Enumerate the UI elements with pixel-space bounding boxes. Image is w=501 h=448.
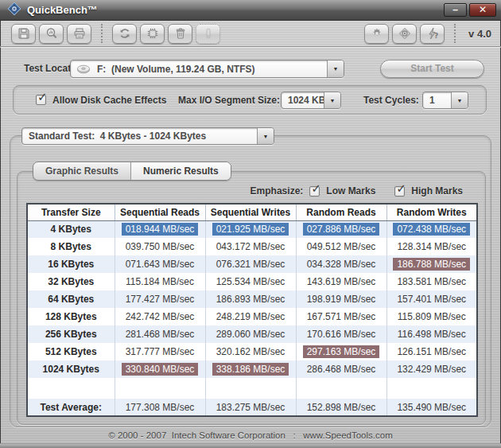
printer-icon [73,27,86,40]
emphasize-label: Emphasize: [250,185,304,197]
results-table: Transfer SizeSequential ReadsSequential … [26,203,478,417]
minimize-button[interactable]: – [444,3,467,17]
high-marks-checkbox[interactable]: ✓ [394,186,405,197]
value-cell: 320.162 MB/sec [205,343,296,360]
value-cell: 125.534 MB/sec [205,273,296,290]
save-icon [17,27,30,40]
tab-numeric-results[interactable]: Numeric Results [130,162,231,180]
save-button[interactable] [11,24,36,44]
test-location-value: F: (New Volume, 119.24 GB, NTFS) [91,60,327,77]
disk-icon [71,60,91,77]
options-panel: ✓ Allow Disk Cache Effects Max I/O Segme… [13,85,487,115]
high-mark-highlight: 297.163 MB/sec [303,345,380,358]
standard-test-select[interactable]: Standard Test: 4 KBytes - 1024 KBytes ▼ [21,127,274,145]
value-cell: 177.427 MB/sec [115,290,205,308]
average-value-cell: 183.275 MB/sec [205,399,296,416]
disk-cache-label: Allow Disk Cache Effects [52,95,166,106]
tab-graphic-results[interactable]: Graphic Results [33,162,130,180]
value-cell: 286.468 MB/sec [296,360,386,378]
value-cell: 116.498 MB/sec [386,325,477,343]
value-cell: 021.925 MB/sec [205,220,296,238]
test-cycles-label: Test Cycles: [363,95,419,106]
low-marks-label: Low Marks [326,185,375,197]
print-button[interactable] [67,24,91,44]
emphasize-controls: Emphasize: ✓ Low Marks ✓ High Marks [250,185,463,197]
chevron-down-icon[interactable]: ▼ [257,128,274,144]
diamond-logo-icon [398,27,411,40]
title-bar: QuickBench™ – ✕ [0,0,501,21]
svg-text:?: ? [434,32,438,40]
disk-cache-checkbox[interactable]: ✓ [36,95,46,105]
blank-row [27,378,477,399]
toolbar: ? v 4.0 [0,21,501,47]
column-header: Transfer Size [27,204,115,220]
value-cell: 297.163 MB/sec [296,343,386,360]
table-body: 4 KBytes018.944 MB/sec021.925 MB/sec027.… [27,220,477,416]
close-button[interactable]: ✕ [469,3,496,17]
version-label: v 4.0 [468,28,491,40]
high-marks-label: High Marks [411,185,463,197]
value-cell: 039.750 MB/sec [115,238,205,255]
value-cell: 317.777 MB/sec [115,343,205,360]
value-cell: 128.314 MB/sec [386,238,477,255]
check-icon: ✓ [311,181,321,196]
quickbench-window: QuickBench™ – ✕ ? v 4.0 Test Location: F… [0,0,501,448]
table-row: 8 KBytes039.750 MB/sec043.172 MB/sec049.… [27,238,477,255]
analyze-button[interactable] [39,24,64,44]
chevron-down-icon[interactable]: ▼ [451,92,468,108]
low-mark-highlight: 027.886 MB/sec [303,223,380,236]
app-icon [7,2,21,19]
check-icon: ✓ [37,90,48,104]
memory-test-button[interactable] [140,24,165,44]
table-header-row: Transfer SizeSequential ReadsSequential … [27,204,477,220]
trash-icon [174,27,187,40]
test-cycles-select[interactable]: 1 ▼ [422,92,468,109]
high-mark-highlight: 338.186 MB/sec [212,363,289,376]
segment-size-label: Max I/O Segment Size: [178,95,280,106]
settings-button[interactable] [364,24,389,44]
test-location-select[interactable]: F: (New Volume, 119.24 GB, NTFS) ▼ [70,60,344,78]
value-cell: 132.429 MB/sec [386,360,477,378]
transfer-size-cell: 8 KBytes [27,238,115,255]
transfer-size-cell: 256 KBytes [27,325,115,343]
test-location-row: Test Location: F: (New Volume, 119.24 GB… [0,56,501,83]
unmount-icon [202,27,215,40]
delete-button[interactable] [168,24,192,44]
chevron-down-icon[interactable]: ▼ [327,60,344,77]
column-header: Sequential Reads [115,204,205,220]
transfer-size-cell: 512 KBytes [27,343,115,360]
table-row: 256 KBytes281.468 MB/sec289.060 MB/sec17… [27,325,477,343]
transfer-size-cell: 4 KBytes [27,220,115,238]
segment-size-select[interactable]: 1024 KB ▼ [281,92,341,109]
value-cell: 076.321 MB/sec [205,255,296,273]
value-cell: 034.328 MB/sec [296,255,386,273]
table-row: 4 KBytes018.944 MB/sec021.925 MB/sec027.… [27,220,477,238]
results-panel: Emphasize: ✓ Low Marks ✓ High Marks Tran… [17,171,486,425]
value-cell: 071.643 MB/sec [115,255,205,273]
about-button[interactable] [392,24,417,44]
value-cell: 027.886 MB/sec [296,220,386,238]
test-cycles-value: 1 [423,92,451,108]
value-cell: 115.184 MB/sec [115,273,205,290]
table-row: 1024 KBytes330.840 MB/sec338.186 MB/sec2… [27,360,477,378]
segment-size-value: 1024 KB [282,92,324,108]
refresh-button[interactable] [112,24,137,44]
low-mark-highlight: 072.438 MB/sec [393,223,470,236]
unmount-button[interactable] [196,24,220,44]
chevron-down-icon[interactable]: ▼ [324,92,340,108]
transfer-size-cell: 1024 KBytes [27,360,115,378]
value-cell: 043.172 MB/sec [205,238,296,255]
gear-icon [371,27,383,40]
value-cell: 126.151 MB/sec [386,343,477,360]
value-cell: 330.840 MB/sec [115,360,205,378]
value-cell: 143.619 MB/sec [296,273,386,290]
column-header: Random Writes [386,204,477,220]
help-button[interactable]: ? [420,24,445,44]
value-cell: 167.571 MB/sec [296,308,386,325]
window-bottom-bevel [0,443,501,448]
value-cell: 248.219 MB/sec [205,308,296,325]
low-marks-checkbox[interactable]: ✓ [309,186,320,197]
standard-test-value: Standard Test: 4 KBytes - 1024 KBytes [22,128,257,144]
start-test-button[interactable]: Start Test [380,60,484,78]
value-cell: 338.186 MB/sec [205,360,296,378]
